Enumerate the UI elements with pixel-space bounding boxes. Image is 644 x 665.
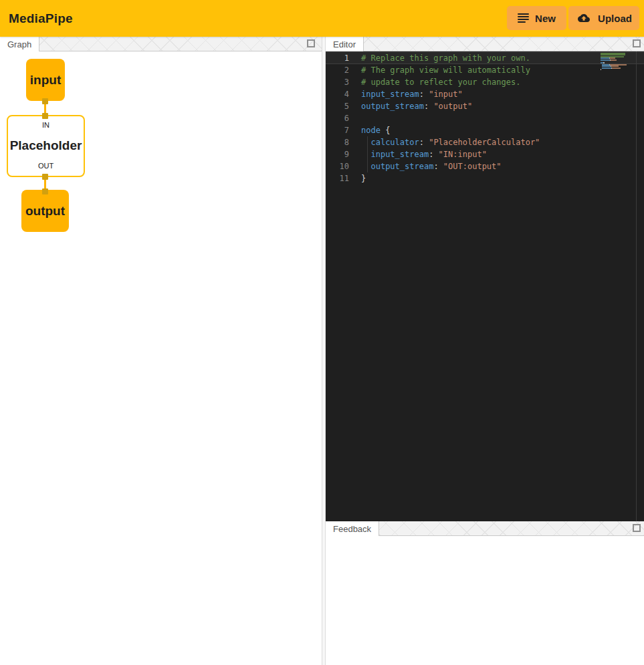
code-line: 1# Replace this graph with your own.	[326, 52, 644, 64]
code-text: output_stream: "output"	[361, 100, 472, 112]
tab-graph[interactable]: Graph	[0, 37, 39, 51]
tab-feedback[interactable]: Feedback	[326, 521, 379, 536]
graph-node-output[interactable]: output	[21, 190, 69, 232]
editor-maximize-icon[interactable]	[633, 39, 641, 47]
cloud-upload-icon	[576, 12, 592, 24]
indent-guide	[367, 148, 368, 160]
placeholder-in-port-label: IN	[42, 121, 49, 129]
code-line: 4input_stream: "input"	[326, 88, 644, 100]
port-input-out[interactable]	[42, 98, 48, 104]
line-number: 2	[326, 64, 361, 76]
code-line: 6	[326, 112, 644, 124]
code-line: 9 input_stream: "IN:input"	[326, 148, 644, 160]
code-editor[interactable]: 1# Replace this graph with your own.2# T…	[326, 51, 644, 521]
indent-guide	[367, 160, 368, 172]
app-title: MediaPipe	[9, 11, 73, 26]
graph-node-input[interactable]: input	[26, 59, 65, 101]
placeholder-out-port-label: OUT	[38, 162, 53, 170]
code-line: 2# The graph view will automatically	[326, 64, 644, 76]
app-header: MediaPipe New Upload	[0, 0, 644, 37]
line-number: 8	[326, 136, 361, 148]
tab-editor[interactable]: Editor	[326, 37, 364, 51]
indent-guide	[367, 136, 368, 148]
tab-feedback-label: Feedback	[333, 524, 371, 534]
graph-node-placeholder[interactable]: IN Placeholder OUT	[7, 115, 85, 177]
line-number: 10	[326, 160, 361, 172]
code-text: # Replace this graph with your own.	[361, 52, 530, 64]
line-number: 5	[326, 100, 361, 112]
code-text: # The graph view will automatically	[361, 64, 530, 76]
editor-tab-strip: Editor	[326, 37, 644, 51]
header-buttons: New Upload	[507, 6, 639, 30]
line-number: 3	[326, 76, 361, 88]
menu-lines-icon	[518, 13, 529, 23]
tab-editor-label: Editor	[333, 39, 356, 49]
line-number: 7	[326, 124, 361, 136]
line-number: 6	[326, 112, 361, 124]
graph-canvas[interactable]: input IN Placeholder OUT output	[0, 51, 322, 665]
code-text: calculator: "PlaceholderCalculator"	[361, 136, 540, 148]
code-line: 7node {	[326, 124, 644, 136]
graph-node-input-label: input	[30, 73, 61, 88]
port-output-in[interactable]	[42, 188, 48, 194]
code-line: 5output_stream: "output"	[326, 100, 644, 112]
line-number: 11	[326, 172, 361, 184]
code-line: 8 calculator: "PlaceholderCalculator"	[326, 136, 644, 148]
port-placeholder-out[interactable]	[42, 174, 48, 180]
line-number: 4	[326, 88, 361, 100]
feedback-maximize-icon[interactable]	[633, 524, 641, 532]
code-text: input_stream: "IN:input"	[361, 148, 487, 160]
code-text: output_stream: "OUT:output"	[361, 160, 502, 172]
code-line: 10 output_stream: "OUT:output"	[326, 160, 644, 172]
new-button[interactable]: New	[507, 6, 566, 30]
code-text: }	[361, 172, 366, 184]
graph-maximize-icon[interactable]	[307, 39, 315, 47]
code-line: 3# update to reflect your changes.	[326, 76, 644, 88]
code-text: node {	[361, 124, 390, 136]
code-text: # update to reflect your changes.	[361, 76, 520, 88]
graph-tab-strip: Graph	[0, 37, 322, 51]
graph-node-placeholder-label: Placeholder	[10, 138, 82, 153]
port-placeholder-in[interactable]	[42, 113, 48, 119]
feedback-tab-strip: Feedback	[326, 521, 644, 536]
code-text: input_stream: "input"	[361, 88, 463, 100]
upload-button-label: Upload	[598, 13, 632, 24]
line-number: 1	[326, 52, 361, 64]
code-lines: 1# Replace this graph with your own.2# T…	[326, 52, 644, 184]
minimap[interactable]	[601, 53, 634, 70]
feedback-content	[326, 537, 644, 665]
graph-node-output-label: output	[25, 204, 65, 219]
line-number: 9	[326, 148, 361, 160]
code-line: 11}	[326, 172, 644, 184]
tab-graph-label: Graph	[7, 39, 31, 49]
upload-button[interactable]: Upload	[568, 6, 639, 30]
new-button-label: New	[535, 13, 556, 24]
editor-scrollbar-ruler[interactable]	[636, 51, 637, 521]
